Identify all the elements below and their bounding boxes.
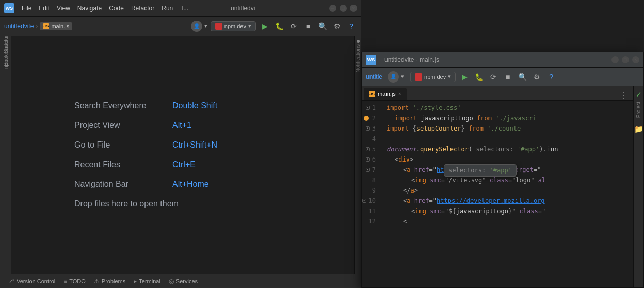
shortcut-nav-key[interactable]: Alt+Home xyxy=(172,180,209,189)
account-button[interactable]: 👤 xyxy=(191,21,202,32)
menu-file[interactable]: File xyxy=(19,4,35,13)
secondary-run-icon xyxy=(415,73,422,81)
minimize-button[interactable]: ─ xyxy=(329,5,336,12)
services-status[interactable]: ◎ Services xyxy=(165,274,202,288)
close-button[interactable]: × xyxy=(350,5,357,12)
shortcut-project-key[interactable]: Alt+1 xyxy=(172,121,191,130)
secondary-help-button[interactable]: ? xyxy=(545,71,557,83)
secondary-run-config-button[interactable]: npm dev ▾ xyxy=(410,72,456,82)
shortcut-nav-bar: Navigation Bar Alt+Home xyxy=(74,180,291,189)
todo-status[interactable]: ≡ TODO xyxy=(59,274,90,288)
code-line-2: import javascriptLogo from './javascri xyxy=(387,113,629,123)
run-config-icon xyxy=(215,23,222,30)
secondary-debug-button[interactable]: 🐛 xyxy=(473,71,485,83)
secondary-minimize-button[interactable]: ─ xyxy=(611,56,619,63)
project-panel-toggle[interactable]: Project xyxy=(634,99,643,121)
secondary-close-button[interactable]: × xyxy=(632,56,639,63)
main-title-bar: WS File Edit View Navigate Code Refactor… xyxy=(0,0,361,17)
line-numbers: ▾1 2 ▾3 4 ▾5 ▾6 ▾7 8 9 ▾10 11 12 xyxy=(362,101,382,287)
shortcut-goto-key[interactable]: Ctrl+Shift+N xyxy=(172,140,217,150)
shortcut-search-label: Search Everywhere xyxy=(74,101,167,110)
menu-edit[interactable]: Edit xyxy=(36,4,53,13)
secondary-profile-button[interactable]: ⟳ xyxy=(488,71,499,83)
terminal-icon: ▸ xyxy=(134,278,137,285)
menu-navigate[interactable]: Navigate xyxy=(74,4,105,13)
menu-run[interactable]: Run xyxy=(158,4,176,13)
dropdown-arrow[interactable]: ▾ xyxy=(204,23,207,29)
ln-5: ▾5 xyxy=(362,144,379,154)
secondary-window-controls: ─ □ × xyxy=(611,56,639,63)
fold-7[interactable]: ▾ xyxy=(366,168,370,172)
secondary-title-bar: WS untitledvite - main.js ─ □ × xyxy=(362,52,643,68)
secondary-editor-container: JS main.js × ⋮ ▾1 2 ▾3 4 ▾5 ▾6 ▾7 8 9 xyxy=(362,86,633,287)
ln-4: 4 xyxy=(362,134,379,144)
secondary-toolbar-group: 👤 ▾ xyxy=(388,71,404,83)
secondary-stop-button[interactable]: ■ xyxy=(502,71,513,83)
settings-button[interactable]: ⚙ xyxy=(331,21,343,32)
menu-code[interactable]: Code xyxy=(106,4,127,13)
profile-button[interactable]: ⟳ xyxy=(288,21,299,32)
shortcut-project-label: Project View xyxy=(74,121,167,130)
version-control-icon: ⎇ xyxy=(7,278,14,285)
app-logo: WS xyxy=(4,3,14,13)
autocomplete-popup: selectors: '#app' xyxy=(444,164,517,177)
secondary-account-button[interactable]: 👤 xyxy=(388,71,399,83)
shortcut-goto-label: Go to File xyxy=(74,140,167,150)
tab-js-icon: JS xyxy=(369,91,375,97)
tab-close-button[interactable]: × xyxy=(398,91,401,97)
shortcut-project-view: Project View Alt+1 xyxy=(74,121,291,130)
code-content[interactable]: import './style.css' import javascriptLo… xyxy=(382,101,633,287)
secondary-settings-button[interactable]: ⚙ xyxy=(531,71,542,83)
breakpoint-2[interactable] xyxy=(364,116,369,121)
fold-5[interactable]: ▾ xyxy=(366,147,370,151)
run-config-button[interactable]: npm dev ▾ xyxy=(211,21,256,31)
secondary-dropdown-arrow[interactable]: ▾ xyxy=(401,73,404,80)
breadcrumb-file[interactable]: JS main.js xyxy=(40,22,72,30)
shortcut-search-key[interactable]: Double Shift xyxy=(172,101,217,110)
drop-files-item: Drop files here to open them xyxy=(74,199,291,209)
fold-10[interactable]: ▾ xyxy=(362,199,366,203)
run-config-label: npm dev xyxy=(224,23,246,29)
debug-button[interactable]: 🐛 xyxy=(273,21,285,32)
secondary-run-dropdown[interactable]: ▾ xyxy=(448,73,451,80)
secondary-maximize-button[interactable]: □ xyxy=(622,56,629,63)
services-label: Services xyxy=(176,278,198,284)
code-line-10: <a href="https://developer.mozilla.org xyxy=(387,196,629,206)
fold-1[interactable]: ▾ xyxy=(366,106,370,110)
folder-icon: 📁 xyxy=(634,125,643,133)
main-js-tab[interactable]: JS main.js × xyxy=(364,88,407,100)
shortcut-search-everywhere: Search Everywhere Double Shift xyxy=(74,101,291,110)
drop-files-text: Drop files here to open them xyxy=(74,199,179,209)
ln-12: 12 xyxy=(362,216,379,227)
tab-more-button[interactable]: ⋮ xyxy=(617,90,631,100)
left-side-panel: Structure Bookmarks npm xyxy=(0,36,11,274)
run-config-dropdown[interactable]: ▾ xyxy=(248,23,251,29)
window-title: untitledvi xyxy=(231,5,255,12)
run-button[interactable]: ▶ xyxy=(259,21,270,32)
version-control-status[interactable]: ⎇ Version Control xyxy=(3,274,59,288)
secondary-search-button[interactable]: 🔍 xyxy=(517,71,528,83)
maximize-button[interactable]: □ xyxy=(340,5,347,12)
npm-panel-toggle[interactable]: npm xyxy=(1,59,10,68)
help-button[interactable]: ? xyxy=(346,21,357,32)
window-controls: ─ □ × xyxy=(329,5,357,12)
editor-tabs: JS main.js × ⋮ xyxy=(362,86,633,101)
menu-bar: File Edit View Navigate Code Refactor Ru… xyxy=(19,4,191,13)
ln-2: 2 xyxy=(362,113,379,123)
main-content-area: Structure Bookmarks npm Search Everywher… xyxy=(0,36,361,274)
secondary-run-button[interactable]: ▶ xyxy=(459,71,470,83)
shortcut-recent-key[interactable]: Ctrl+E xyxy=(172,160,196,169)
notifications-label[interactable]: Notifications xyxy=(355,44,361,75)
menu-view[interactable]: View xyxy=(54,4,73,13)
ln-6: ▾6 xyxy=(362,154,379,165)
problems-status[interactable]: ⚠ Problems xyxy=(90,274,130,288)
terminal-status[interactable]: ▸ Terminal xyxy=(130,274,165,288)
stop-button[interactable]: ■ xyxy=(302,21,314,32)
fold-6[interactable]: ▾ xyxy=(366,157,370,162)
search-button[interactable]: 🔍 xyxy=(317,21,328,32)
shortcut-goto-file: Go to File Ctrl+Shift+N xyxy=(74,140,291,150)
menu-refactor[interactable]: Refactor xyxy=(128,4,157,13)
fold-3[interactable]: ▾ xyxy=(366,126,370,131)
menu-tools[interactable]: T... xyxy=(177,4,191,13)
bookmarks-panel-toggle[interactable]: Bookmarks xyxy=(1,49,10,58)
